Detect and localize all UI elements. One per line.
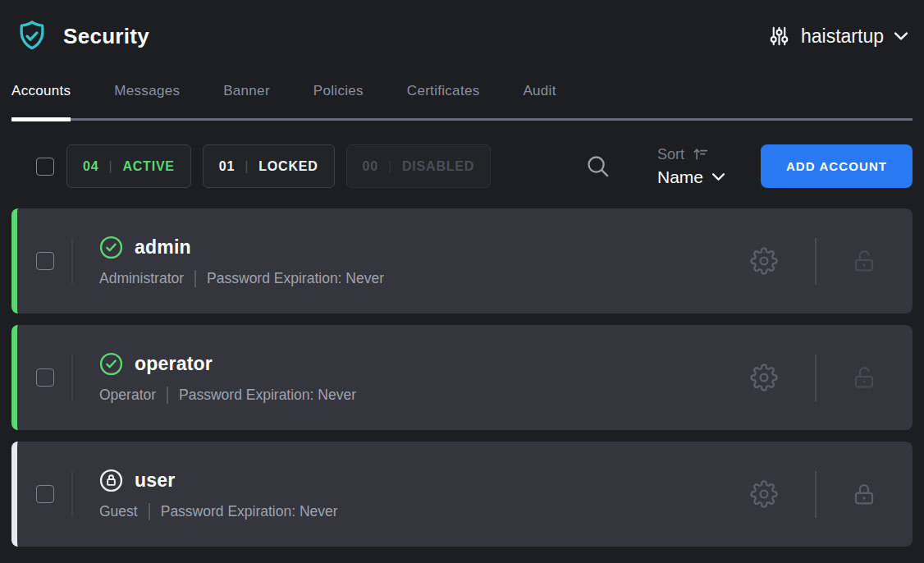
sort-chevron-down-icon bbox=[712, 173, 725, 181]
tab-policies[interactable]: Policies bbox=[313, 72, 364, 118]
lock-toggle-button[interactable] bbox=[852, 365, 876, 390]
settings-button[interactable] bbox=[750, 480, 778, 508]
add-account-button[interactable]: ADD ACCOUNT bbox=[761, 144, 913, 188]
lock-toggle-button[interactable] bbox=[852, 482, 876, 506]
account-name: user bbox=[135, 469, 175, 492]
account-name: admin bbox=[135, 236, 191, 259]
account-info: operatorOperatorPassword Expiration: Nev… bbox=[99, 352, 356, 404]
row-checkbox[interactable] bbox=[36, 252, 54, 270]
chevron-down-icon bbox=[894, 32, 908, 40]
sort-control[interactable]: Sort Name bbox=[657, 146, 725, 187]
account-name: operator bbox=[135, 353, 213, 375]
row-divider bbox=[71, 355, 73, 401]
filter-separator: | bbox=[108, 159, 112, 174]
filter-separator: | bbox=[388, 159, 392, 174]
select-all-checkbox[interactable] bbox=[36, 158, 54, 176]
gear-icon bbox=[750, 364, 778, 391]
account-role: Operator bbox=[99, 387, 156, 404]
filter-chip-disabled[interactable]: 00|DISABLED bbox=[346, 144, 492, 188]
filter-label: DISABLED bbox=[402, 159, 474, 174]
active-check-icon bbox=[99, 352, 123, 376]
account-menu-label: haistartup bbox=[801, 25, 884, 48]
search-icon bbox=[585, 153, 611, 179]
account-info: userGuestPassword Expiration: Never bbox=[99, 469, 338, 520]
lock-toggle-button[interactable] bbox=[852, 249, 876, 273]
gear-icon bbox=[750, 480, 778, 508]
account-row-operator: operatorOperatorPassword Expiration: Nev… bbox=[11, 325, 913, 430]
tab-messages[interactable]: Messages bbox=[114, 72, 180, 118]
row-checkbox[interactable] bbox=[36, 485, 54, 503]
gear-icon bbox=[750, 247, 778, 275]
account-info: adminAdministratorPassword Expiration: N… bbox=[99, 236, 384, 287]
tab-certificates[interactable]: Certificates bbox=[407, 72, 480, 118]
sliders-icon bbox=[768, 24, 790, 48]
account-row-user: userGuestPassword Expiration: Never bbox=[11, 442, 913, 547]
account-role: Guest bbox=[99, 503, 138, 520]
security-shield-icon bbox=[15, 18, 49, 54]
account-list: adminAdministratorPassword Expiration: N… bbox=[11, 208, 913, 547]
row-actions bbox=[750, 355, 913, 401]
password-expiration: Password Expiration: Never bbox=[207, 270, 384, 287]
filter-label: LOCKED bbox=[258, 159, 318, 174]
tab-audit[interactable]: Audit bbox=[523, 72, 556, 118]
password-expiration: Password Expiration: Never bbox=[161, 503, 338, 520]
filter-chip-active[interactable]: 04|ACTIVE bbox=[66, 144, 191, 188]
active-check-icon bbox=[99, 236, 123, 259]
actions-divider bbox=[815, 355, 817, 401]
locked-status-icon bbox=[99, 469, 123, 492]
app-header: Security haistartup bbox=[0, 0, 924, 72]
actions-divider bbox=[815, 471, 817, 518]
row-checkbox[interactable] bbox=[36, 368, 54, 387]
filter-separator: | bbox=[245, 159, 249, 174]
filter-label: ACTIVE bbox=[122, 159, 174, 174]
row-actions bbox=[750, 238, 913, 285]
filter-chip-locked[interactable]: 01|LOCKED bbox=[203, 144, 335, 188]
sort-label: Sort bbox=[657, 146, 684, 163]
sub-separator bbox=[149, 503, 150, 520]
account-role: Administrator bbox=[99, 270, 184, 287]
lock-open-icon bbox=[852, 365, 876, 390]
account-menu[interactable]: haistartup bbox=[768, 24, 908, 48]
lock-open-icon bbox=[852, 249, 876, 273]
sub-separator bbox=[194, 270, 196, 287]
tab-banner[interactable]: Banner bbox=[223, 72, 270, 118]
row-divider bbox=[71, 471, 73, 517]
tab-accounts[interactable]: Accounts bbox=[11, 72, 71, 118]
search-button[interactable] bbox=[585, 153, 611, 179]
accounts-toolbar: 04|ACTIVE01|LOCKED00|DISABLED Sort Name bbox=[11, 144, 913, 188]
tab-bar: AccountsMessagesBannerPoliciesCertificat… bbox=[11, 72, 913, 121]
row-divider bbox=[71, 238, 73, 284]
filter-count: 01 bbox=[219, 159, 235, 174]
filter-count: 04 bbox=[83, 159, 98, 174]
account-row-admin: adminAdministratorPassword Expiration: N… bbox=[11, 208, 913, 314]
sub-separator bbox=[167, 387, 168, 404]
settings-button[interactable] bbox=[750, 247, 778, 275]
settings-button[interactable] bbox=[750, 364, 778, 391]
page-title: Security bbox=[63, 24, 149, 49]
lock-closed-icon bbox=[852, 482, 876, 506]
actions-divider bbox=[815, 238, 817, 285]
sort-ascending-icon bbox=[692, 146, 709, 163]
row-actions bbox=[750, 471, 913, 518]
status-filter-chips: 04|ACTIVE01|LOCKED00|DISABLED bbox=[66, 144, 491, 188]
password-expiration: Password Expiration: Never bbox=[179, 387, 356, 404]
filter-count: 00 bbox=[363, 159, 378, 174]
sort-value: Name bbox=[657, 167, 703, 187]
